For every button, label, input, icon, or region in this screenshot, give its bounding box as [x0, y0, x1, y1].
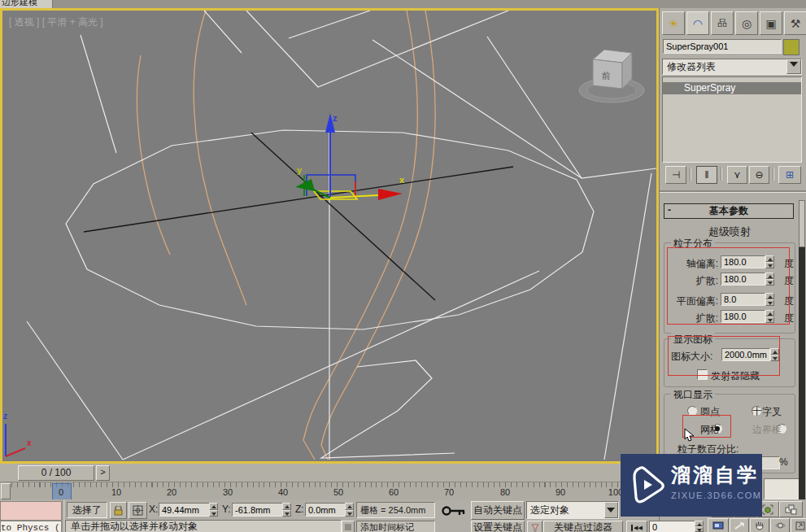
set-key-button[interactable]: 设置关键点 — [471, 521, 525, 532]
selection-set-combo[interactable]: 选定对象 — [526, 501, 619, 519]
radio-mesh-label[interactable]: 网格 — [700, 423, 720, 437]
off-axis-field[interactable] — [721, 255, 765, 268]
key-filters-button[interactable]: 关键点过滤器 — [543, 521, 623, 532]
x-coord-field[interactable] — [159, 503, 211, 517]
max-application-window: 边形建模 — [0, 0, 806, 532]
y-coord-spinner[interactable] — [282, 503, 291, 517]
y-coord-field[interactable] — [232, 503, 284, 517]
x-coord-label: X: — [149, 504, 158, 515]
time-slider-handle[interactable]: 0 / 100 — [18, 465, 94, 481]
remove-modifier-button[interactable]: ⊖ — [749, 166, 769, 184]
viewport-persp-label[interactable]: [ 透视 ] — [9, 16, 39, 28]
maxscript-mini-listener-white[interactable]: to Physcs ( — [0, 521, 62, 532]
emitter-cross-lines — [84, 133, 513, 300]
key-filters-icon-button[interactable] — [527, 521, 542, 532]
tab-hierarchy[interactable]: 品 — [711, 11, 734, 35]
spread1-field[interactable] — [721, 273, 765, 286]
tab-utilities[interactable]: ⚒ — [784, 11, 806, 35]
tick-10: 10 — [111, 487, 121, 497]
radio-dot-label[interactable]: 圆点 — [700, 405, 720, 419]
show-end-result-button[interactable]: ‖ — [696, 166, 717, 184]
basic-params-rollout-header[interactable]: - 基本参数 — [664, 203, 794, 219]
pin-stack-button[interactable]: ⊣ — [665, 166, 686, 184]
next-frame-button[interactable]: > — [96, 465, 110, 481]
spread1-unit: 度 — [784, 274, 794, 288]
z-coord-spinner[interactable] — [345, 503, 354, 517]
selection-set-value: 选定对象 — [530, 504, 569, 517]
configure-modifier-sets-button[interactable]: ⊞ — [778, 166, 801, 184]
viewport-shading-label[interactable]: [ 平滑 + 高光 ] — [42, 16, 103, 28]
current-frame-spinner[interactable] — [695, 521, 704, 532]
viewcube[interactable]: 前 — [579, 50, 644, 102]
track-bar[interactable]: 0 10 20 30 40 50 60 70 80 90 100 — [0, 482, 659, 500]
off-plane-field[interactable] — [721, 293, 765, 306]
zoom-region-button[interactable] — [730, 518, 749, 532]
off-plane-spinner[interactable] — [765, 293, 774, 306]
panel-scrollbar-thumb[interactable] — [799, 200, 805, 247]
tab-display[interactable]: ▣ — [760, 11, 782, 35]
transform-gizmo[interactable]: z x y — [295, 113, 405, 200]
absolute-offset-toggle[interactable] — [129, 502, 147, 519]
tag-icon — [345, 524, 351, 530]
zoom-extents-icon — [762, 504, 773, 515]
time-configuration-button[interactable] — [708, 518, 729, 532]
modifier-stack-list[interactable]: SuperSpray — [662, 76, 802, 163]
modifier-list-arrow-button[interactable] — [786, 59, 801, 74]
zoom-region-icon — [734, 521, 745, 530]
set-keys-button[interactable] — [440, 501, 468, 521]
maximize-viewport-button[interactable] — [791, 518, 806, 532]
panel-divider — [660, 190, 806, 192]
watermark-url: zixue.3d66.com — [671, 491, 761, 500]
orbit-button[interactable] — [770, 518, 790, 532]
pan-button[interactable] — [750, 518, 769, 532]
tick-40: 40 — [278, 487, 288, 497]
tab-modify[interactable]: ◠ — [686, 11, 709, 35]
panel-scrollbar[interactable] — [799, 200, 805, 532]
make-unique-button[interactable]: ⋎ — [727, 166, 747, 184]
x-coord-spinner[interactable] — [209, 503, 218, 517]
viewport-display-label: 视口显示 — [671, 388, 715, 402]
orange-text-spline — [137, 11, 436, 460]
world-axis-x-label: x — [27, 438, 32, 447]
go-to-start-button[interactable]: ◀◀ — [626, 521, 647, 532]
open-mini-curve-editor-button[interactable] — [1, 483, 11, 499]
utilities-icon: ⚒ — [791, 17, 801, 30]
emitter-hidden-checkbox[interactable] — [697, 369, 708, 380]
spread1-spinner[interactable] — [765, 273, 774, 286]
radio-ticks-label[interactable]: 十字叉 — [752, 405, 782, 419]
object-color-swatch[interactable] — [783, 39, 799, 55]
make-unique-icon: ⋎ — [734, 169, 741, 181]
icon-size-field[interactable] — [721, 348, 770, 361]
z-coord-field[interactable] — [305, 503, 349, 517]
add-time-tag-box[interactable]: 添加时间标记 — [356, 521, 435, 532]
spread2-field[interactable] — [721, 310, 765, 323]
radio-dot[interactable] — [687, 406, 697, 416]
next-frame-icon: > — [100, 467, 105, 477]
time-tag-icon-button[interactable] — [342, 521, 355, 532]
icon-size-spinner[interactable] — [770, 348, 779, 361]
watermark: 溜溜自学 zixue.3d66.com — [621, 454, 762, 517]
tab-motion[interactable]: ◎ — [735, 11, 758, 35]
viewport-label[interactable]: [ 透视 ] [ 平滑 + 高光 ] — [9, 15, 103, 29]
tick-70: 70 — [444, 487, 454, 497]
selection-lock-button[interactable] — [110, 502, 127, 519]
time-slider-track[interactable]: 0 / 100 > — [0, 464, 659, 482]
modifier-list-dropdown[interactable]: 修改器列表 — [662, 59, 802, 75]
orbit-icon — [775, 521, 786, 530]
modifier-stack-item-superspray[interactable]: SuperSpray — [663, 82, 801, 94]
spread2-spinner[interactable] — [765, 310, 774, 323]
selection-set-arrow-button[interactable] — [604, 502, 618, 518]
maxscript-mini-listener-pink[interactable] — [0, 501, 62, 521]
off-axis-spinner[interactable] — [765, 255, 774, 268]
tab-create[interactable]: ☀ — [662, 11, 685, 35]
show-end-result-icon: ‖ — [705, 169, 709, 181]
ribbon-tab-polygon-modeling[interactable]: 边形建模 — [0, 0, 53, 8]
perspective-viewport[interactable]: z x y 前 z x [ 透视 ] [ 平滑 + — [0, 8, 659, 464]
add-time-tag-text: 添加时间标记 — [357, 521, 434, 532]
current-frame-field[interactable] — [649, 521, 698, 532]
zoom-extents-all-button[interactable] — [779, 501, 803, 517]
auto-key-button[interactable]: 自动关键点 — [471, 501, 525, 520]
object-name-field[interactable] — [663, 39, 782, 54]
zoom-extents-all-icon — [785, 504, 797, 515]
motion-icon: ◎ — [742, 17, 752, 30]
